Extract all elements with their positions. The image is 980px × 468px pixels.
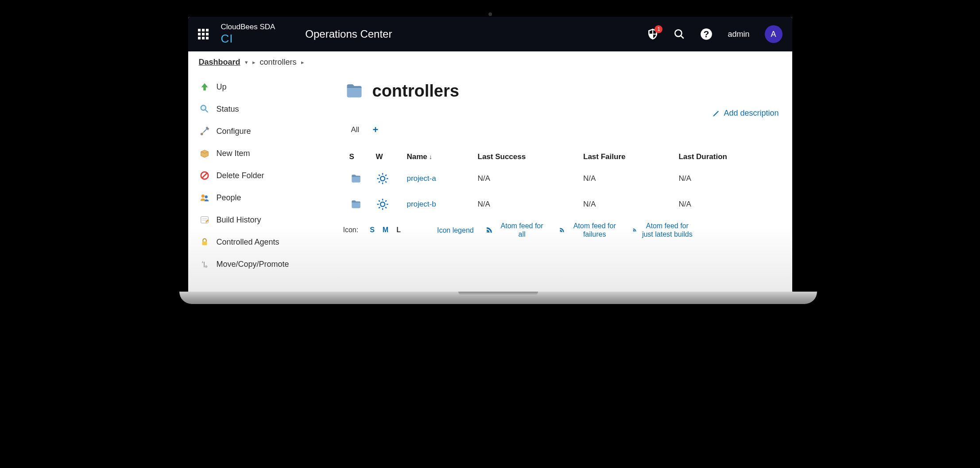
svg-point-10 xyxy=(205,195,207,198)
chevron-right-icon: ▸ xyxy=(301,59,304,66)
brand-top: CloudBees SDA xyxy=(221,23,275,31)
package-icon xyxy=(199,148,210,159)
table-row: project-a N/A N/A N/A xyxy=(343,166,779,191)
icon-size-m[interactable]: M xyxy=(383,226,388,234)
breadcrumb-current[interactable]: controllers xyxy=(260,58,297,67)
lock-icon xyxy=(199,236,210,248)
user-name[interactable]: admin xyxy=(728,30,749,39)
svg-text:?: ? xyxy=(704,29,709,39)
items-table: S W Name↓ Last Success Last Failure Last… xyxy=(343,148,779,217)
brand-bottom: CI xyxy=(221,32,275,46)
sidebar-item-label: Delete Folder xyxy=(217,171,264,180)
up-arrow-icon xyxy=(199,81,210,93)
chevron-down-icon[interactable]: ▾ xyxy=(245,59,248,66)
sidebar: Up Status Configure New Item Delete Fold… xyxy=(188,73,339,292)
icon-size-s[interactable]: S xyxy=(370,226,375,234)
folder-icon xyxy=(343,81,365,101)
sidebar-item-label: Up xyxy=(217,82,227,92)
tab-all[interactable]: All xyxy=(351,125,360,134)
atom-feed-all-link[interactable]: Atom feed for all xyxy=(485,222,547,238)
security-icon[interactable]: 1 xyxy=(647,28,658,40)
sidebar-item-label: New Item xyxy=(217,149,250,158)
main-content: controllers Add description All + S xyxy=(339,73,792,292)
col-w[interactable]: W xyxy=(370,148,401,166)
sidebar-item-new-item[interactable]: New Item xyxy=(188,142,339,164)
svg-point-15 xyxy=(205,265,207,268)
svg-point-9 xyxy=(201,195,204,198)
status-icon xyxy=(343,166,370,191)
sidebar-item-status[interactable]: Status xyxy=(188,98,339,120)
col-last-success[interactable]: Last Success xyxy=(472,148,577,166)
svg-line-33 xyxy=(385,200,387,202)
sidebar-item-label: Configure xyxy=(217,127,251,136)
apps-menu-icon[interactable] xyxy=(198,29,209,39)
brand: CloudBees SDA CI xyxy=(221,23,275,46)
rss-icon xyxy=(559,226,565,234)
svg-point-0 xyxy=(675,30,682,36)
svg-rect-14 xyxy=(202,242,207,245)
svg-line-5 xyxy=(205,110,208,113)
tools-icon xyxy=(199,125,210,137)
atom-feed-latest-link[interactable]: Atom feed for just latest builds xyxy=(632,222,694,238)
col-last-duration[interactable]: Last Duration xyxy=(672,148,779,166)
sidebar-item-delete-folder[interactable]: Delete Folder xyxy=(188,164,339,187)
cell-last-duration: N/A xyxy=(672,191,779,217)
status-icon xyxy=(343,191,370,217)
rss-icon xyxy=(485,226,493,234)
col-name[interactable]: Name↓ xyxy=(401,148,472,166)
svg-line-22 xyxy=(385,181,387,183)
cell-last-failure: N/A xyxy=(577,166,672,191)
svg-point-35 xyxy=(560,231,561,232)
sidebar-item-people[interactable]: People xyxy=(188,187,339,209)
svg-line-30 xyxy=(379,200,380,202)
alert-badge: 1 xyxy=(655,25,662,33)
svg-point-16 xyxy=(380,176,385,181)
col-last-failure[interactable]: Last Failure xyxy=(577,148,672,166)
help-icon[interactable]: ? xyxy=(700,28,713,40)
item-link[interactable]: project-b xyxy=(407,200,436,208)
avatar[interactable]: A xyxy=(765,25,782,43)
item-link[interactable]: project-a xyxy=(407,174,436,183)
page-title: Operations Center xyxy=(305,28,392,40)
sidebar-item-label: Build History xyxy=(217,215,261,225)
sidebar-item-label: Controlled Agents xyxy=(217,238,279,247)
table-row: project-b N/A N/A N/A xyxy=(343,191,779,217)
magnifier-icon xyxy=(199,103,210,115)
sidebar-item-label: Status xyxy=(217,105,239,114)
weather-icon xyxy=(370,166,401,191)
svg-line-8 xyxy=(202,173,207,178)
add-description-link[interactable]: Add description xyxy=(712,109,779,118)
move-icon xyxy=(199,258,210,270)
atom-feed-failures-link[interactable]: Atom feed for failures xyxy=(559,222,621,238)
sidebar-item-controlled-agents[interactable]: Controlled Agents xyxy=(188,231,339,253)
pencil-icon xyxy=(712,109,720,117)
chevron-right-icon: ▸ xyxy=(252,59,256,66)
sidebar-item-up[interactable]: Up xyxy=(188,76,339,98)
cell-last-failure: N/A xyxy=(577,191,672,217)
cell-last-duration: N/A xyxy=(672,166,779,191)
sort-down-icon: ↓ xyxy=(429,153,432,160)
icon-size-l[interactable]: L xyxy=(396,226,401,234)
svg-line-24 xyxy=(385,175,387,176)
people-icon xyxy=(199,192,210,203)
col-s[interactable]: S xyxy=(343,148,370,166)
svg-point-4 xyxy=(201,105,205,110)
svg-point-36 xyxy=(633,231,634,232)
sidebar-item-label: Move/Copy/Promote xyxy=(217,260,289,269)
cell-last-success: N/A xyxy=(472,191,577,217)
add-tab-button[interactable]: + xyxy=(372,124,378,136)
sidebar-item-build-history[interactable]: Build History xyxy=(188,209,339,231)
sidebar-item-move-copy-promote[interactable]: Move/Copy/Promote xyxy=(188,253,339,275)
weather-icon xyxy=(370,191,401,217)
svg-line-21 xyxy=(379,175,380,176)
svg-point-6 xyxy=(201,133,202,135)
svg-line-1 xyxy=(681,35,684,39)
icon-size-label: Icon: xyxy=(343,226,359,234)
search-icon[interactable] xyxy=(674,28,685,40)
footer: Icon: S M L Icon legend Atom feed for al… xyxy=(343,217,779,238)
breadcrumb-root[interactable]: Dashboard xyxy=(199,58,240,67)
cell-last-success: N/A xyxy=(472,166,577,191)
sidebar-item-configure[interactable]: Configure xyxy=(188,120,339,142)
icon-legend-link[interactable]: Icon legend xyxy=(437,226,474,234)
breadcrumb: Dashboard ▾ ▸ controllers ▸ xyxy=(188,51,792,73)
